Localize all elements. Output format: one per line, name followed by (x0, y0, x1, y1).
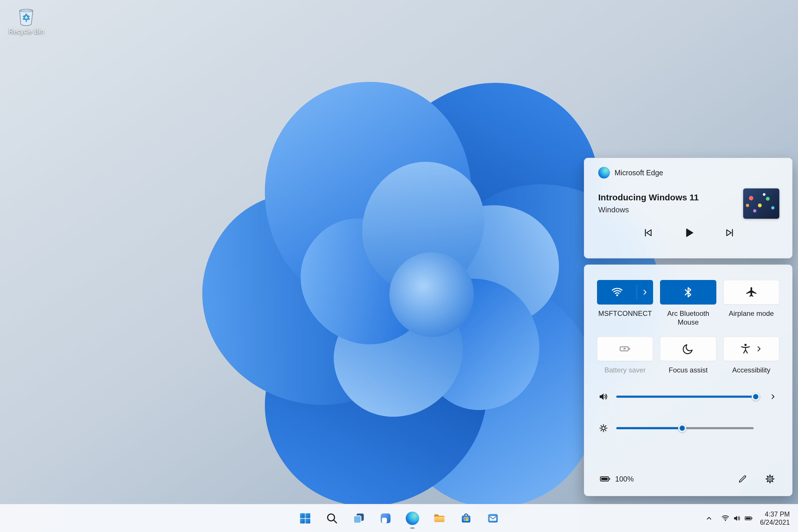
brightness-slider-thumb[interactable] (678, 424, 686, 432)
gear-icon (765, 474, 775, 484)
desktop: Recycle Bin Microsoft Edge Introducing W… (0, 0, 798, 532)
media-track-title: Introducing Windows 11 (598, 192, 699, 203)
media-thumbnail[interactable] (743, 188, 779, 219)
quick-settings-footer: 100% (597, 467, 779, 488)
edge-icon (406, 512, 419, 525)
taskbar-start-button[interactable] (294, 507, 316, 529)
volume-status-icon (733, 514, 741, 522)
chevron-up-icon (705, 514, 714, 522)
bluetooth-tile-button[interactable] (660, 280, 716, 304)
taskbar-file-explorer-button[interactable] (428, 507, 450, 529)
media-controls (598, 225, 779, 241)
taskbar-store-button[interactable] (455, 507, 477, 529)
volume-slider-fill (616, 396, 756, 398)
file-explorer-icon (433, 512, 446, 525)
play-button[interactable] (680, 225, 698, 241)
quick-setting-airplane-mode: Airplane mode (723, 280, 779, 327)
volume-icon-button[interactable] (597, 390, 610, 403)
media-flyout: Microsoft Edge Introducing Windows 11 Wi… (584, 158, 793, 259)
brightness-sun-icon (598, 423, 609, 434)
next-icon (724, 227, 735, 238)
airplane-mode-tile-button[interactable] (723, 280, 779, 304)
taskbar-task-view-button[interactable] (348, 507, 370, 529)
recycle-bin-label: Recycle Bin (8, 27, 44, 35)
edge-logo-icon (598, 167, 610, 178)
widgets-icon (379, 512, 392, 525)
airplane-mode-tile-label: Airplane mode (723, 309, 779, 327)
volume-slider-thumb[interactable] (752, 393, 760, 401)
system-tray-indicators[interactable] (718, 508, 756, 528)
battery-percent-label: 100% (615, 475, 634, 483)
taskbar-widgets-button[interactable] (375, 507, 397, 529)
mail-icon (486, 512, 500, 525)
media-track-source: Windows (598, 205, 699, 214)
focus-assist-tile-button[interactable] (660, 337, 716, 361)
airplane-icon (745, 286, 758, 299)
previous-icon (643, 227, 653, 238)
media-app-header: Microsoft Edge (598, 167, 779, 178)
chevron-right-icon (768, 392, 777, 401)
taskbar-clock[interactable]: 4:37 PM 6/24/2021 (758, 508, 792, 528)
speaker-icon (598, 391, 609, 402)
brightness-slider[interactable] (616, 424, 754, 433)
battery-icon (600, 473, 611, 485)
volume-slider[interactable] (616, 392, 760, 401)
media-app-name: Microsoft Edge (614, 169, 663, 177)
previous-track-button[interactable] (639, 225, 658, 241)
quick-settings-grid: MSFTCONNECT Arc Bluetooth Mouse Airplane… (597, 280, 779, 375)
bluetooth-icon (682, 286, 695, 299)
search-icon (325, 512, 339, 525)
accessibility-tile-button[interactable] (723, 337, 779, 361)
battery-status-icon (744, 514, 753, 522)
taskbar-mail-button[interactable] (482, 507, 504, 529)
volume-row (597, 390, 779, 403)
quick-setting-wifi: MSFTCONNECT (597, 280, 653, 327)
pen-icon (738, 474, 747, 484)
chevron-right-icon (754, 344, 764, 354)
windows-start-icon (298, 512, 312, 525)
quick-setting-accessibility: Accessibility (723, 337, 779, 375)
microsoft-store-icon (459, 512, 473, 525)
brightness-row (597, 422, 779, 435)
accessibility-icon (739, 342, 752, 355)
footer-actions (736, 472, 777, 486)
quick-setting-bluetooth: Arc Bluetooth Mouse (660, 280, 716, 327)
quick-settings-panel: MSFTCONNECT Arc Bluetooth Mouse Airplane… (584, 265, 793, 496)
brightness-slider-fill (616, 427, 682, 429)
task-view-icon (352, 512, 365, 525)
taskbar-center (294, 504, 504, 532)
settings-button[interactable] (763, 472, 777, 486)
battery-saver-tile-button (597, 337, 653, 361)
wifi-expand-chevron[interactable] (637, 288, 653, 297)
taskbar-overflow-chevron[interactable] (702, 508, 716, 528)
taskbar-edge-button[interactable] (401, 507, 423, 529)
volume-expand-chevron[interactable] (766, 390, 779, 403)
recycle-bin[interactable]: Recycle Bin (7, 4, 45, 35)
accessibility-tile-label: Accessibility (723, 366, 779, 375)
clock-time: 4:37 PM (765, 510, 790, 518)
media-meta: Introducing Windows 11 Windows (598, 188, 699, 214)
battery-status[interactable]: 100% (600, 473, 634, 485)
edit-quick-settings-button[interactable] (736, 472, 749, 486)
play-icon (683, 226, 695, 239)
battery-saver-tile-label: Battery saver (597, 366, 653, 375)
taskbar-tray: 4:37 PM 6/24/2021 (702, 504, 798, 532)
brightness-icon-wrap (597, 422, 610, 435)
recycle-bin-icon (15, 4, 38, 27)
taskbar-search-button[interactable] (321, 507, 343, 529)
chevron-right-icon (640, 288, 649, 297)
taskbar: 4:37 PM 6/24/2021 (0, 504, 798, 532)
volume-slider-track (616, 396, 760, 398)
battery-saver-icon (619, 342, 631, 355)
bluetooth-tile-label: Arc Bluetooth Mouse (660, 309, 716, 327)
wifi-icon (611, 286, 624, 299)
moon-icon (682, 342, 695, 355)
wifi-tile-label: MSFTCONNECT (597, 309, 653, 327)
wifi-status-icon (721, 514, 730, 522)
edge-running-indicator (411, 527, 415, 529)
focus-assist-tile-label: Focus assist (660, 366, 716, 375)
clock-date: 6/24/2021 (760, 518, 790, 527)
next-track-button[interactable] (720, 225, 739, 241)
quick-setting-focus-assist: Focus assist (660, 337, 716, 375)
wifi-tile-button[interactable] (597, 280, 653, 304)
